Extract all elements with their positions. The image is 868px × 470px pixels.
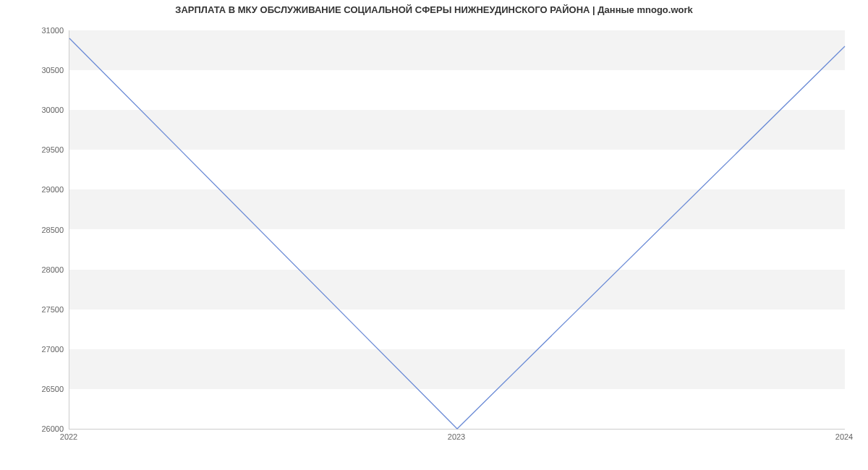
salary-line: [69, 38, 845, 429]
y-tick-label: 26000: [27, 424, 64, 433]
x-tick-label: 2024: [835, 432, 853, 441]
line-layer: [69, 30, 845, 429]
x-tick-label: 2023: [448, 432, 465, 441]
plot-area: [69, 30, 845, 430]
x-tick-label: 2022: [60, 432, 77, 441]
y-tick-label: 27500: [27, 305, 64, 314]
y-tick-label: 26500: [27, 385, 64, 393]
y-tick-label: 29000: [27, 185, 64, 194]
y-tick-label: 28500: [27, 226, 64, 234]
y-tick-label: 30000: [27, 106, 64, 114]
y-tick-label: 29500: [27, 145, 64, 154]
chart-container: ЗАРПЛАТА В МКУ ОБСЛУЖИВАНИЕ СОЦИАЛЬНОЙ С…: [0, 0, 868, 470]
chart-title: ЗАРПЛАТА В МКУ ОБСЛУЖИВАНИЕ СОЦИАЛЬНОЙ С…: [0, 4, 868, 15]
y-tick-label: 27000: [27, 345, 64, 354]
y-tick-label: 28000: [27, 265, 64, 274]
y-tick-label: 30500: [27, 66, 64, 74]
y-tick-label: 31000: [27, 26, 64, 35]
